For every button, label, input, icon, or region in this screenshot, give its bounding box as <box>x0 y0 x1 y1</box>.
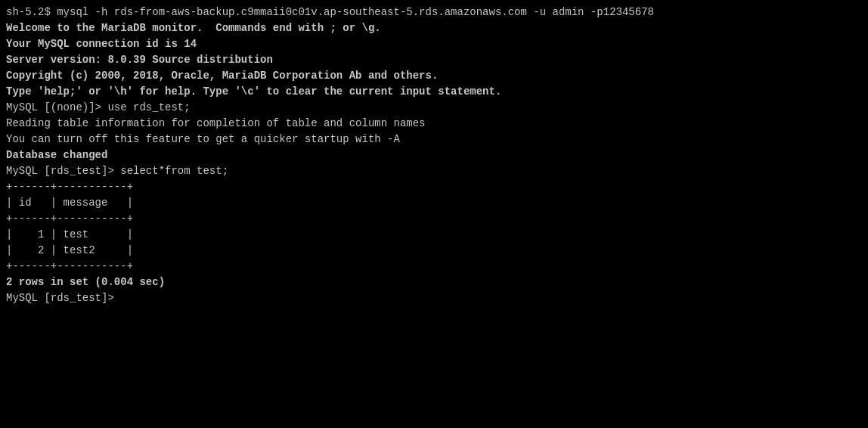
terminal-line-line11: Reading table information for completion… <box>6 116 862 132</box>
terminal-line-line19: | 1 | test | <box>6 227 862 243</box>
terminal-line-line3: Your MySQL connection id is 14 <box>6 36 862 52</box>
terminal-line-line1: sh-5.2$ mysql -h rds-from-aws-backup.c9m… <box>6 5 862 20</box>
terminal-line-line12: You can turn off this feature to get a q… <box>6 132 862 147</box>
terminal-line-line21: +------+-----------+ <box>6 259 862 274</box>
terminal-line-line2: Welcome to the MariaDB monitor. Commands… <box>6 20 862 36</box>
terminal-line-line14: Database changed <box>6 147 862 163</box>
terminal-line-line4: Server version: 8.0.39 Source distributi… <box>6 52 862 68</box>
terminal-line-line8: Type 'help;' or '\h' for help. Type '\c'… <box>6 84 862 100</box>
terminal-line-line20: | 2 | test2 | <box>6 243 862 259</box>
terminal-line-line18: +------+-----------+ <box>6 211 862 227</box>
terminal-window[interactable]: sh-5.2$ mysql -h rds-from-aws-backup.c9m… <box>0 0 868 428</box>
terminal-line-line22: 2 rows in set (0.004 sec) <box>6 274 862 290</box>
terminal-line-line15: MySQL [rds_test]> select*from test; <box>6 163 862 179</box>
terminal-line-line24: MySQL [rds_test]> <box>6 290 862 306</box>
terminal-line-line17: | id | message | <box>6 195 862 211</box>
terminal-line-line6: Copyright (c) 2000, 2018, Oracle, MariaD… <box>6 68 862 84</box>
terminal-line-line10: MySQL [(none)]> use rds_test; <box>6 100 862 116</box>
terminal-line-line16: +------+-----------+ <box>6 179 862 195</box>
